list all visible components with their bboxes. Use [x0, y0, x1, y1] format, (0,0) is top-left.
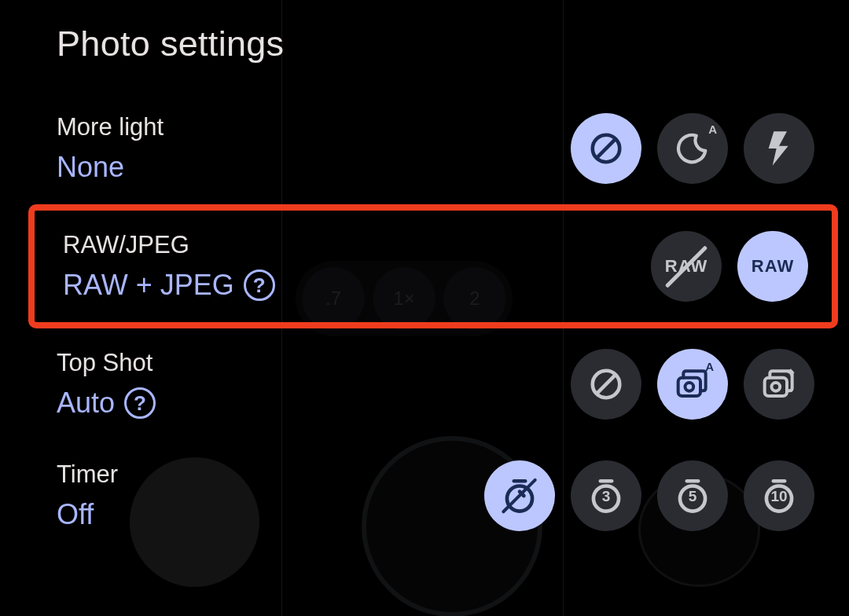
- raw-off-button[interactable]: RAW: [651, 231, 722, 302]
- setting-label: Timer: [57, 460, 118, 489]
- prohibit-icon: [588, 366, 624, 402]
- raw-jpeg-options: RAW RAW: [651, 231, 808, 302]
- timer-5s-button[interactable]: 5: [657, 460, 728, 531]
- top-shot-on-icon: [759, 365, 799, 404]
- top-shot-auto-button[interactable]: A: [657, 349, 728, 420]
- timer-value-label: 5: [689, 488, 697, 505]
- more-light-options: A: [571, 113, 814, 184]
- setting-value-text: Off: [57, 498, 94, 531]
- svg-line-3: [597, 375, 616, 394]
- setting-value-text: Auto: [57, 387, 115, 420]
- setting-value: RAW + JPEG ?: [63, 269, 275, 302]
- setting-text: Top Shot Auto ?: [57, 349, 156, 420]
- timer-value-label: 10: [770, 488, 787, 505]
- svg-point-5: [685, 383, 694, 391]
- flash-icon: [763, 130, 795, 167]
- setting-text: Timer Off: [57, 460, 118, 531]
- setting-label: More light: [57, 113, 164, 141]
- raw-jpeg-highlight: RAW/JPEG RAW + JPEG ? RAW RAW: [28, 204, 838, 328]
- setting-value-text: RAW + JPEG: [63, 269, 234, 302]
- raw-on-label: RAW: [752, 256, 794, 277]
- setting-value: Off: [57, 498, 118, 531]
- timer-off-button[interactable]: [484, 460, 555, 531]
- photo-settings-panel: Photo settings More light None A: [0, 0, 849, 616]
- setting-row-timer: Timer Off 3: [57, 440, 814, 552]
- setting-value: Auto ?: [57, 387, 156, 420]
- setting-label: RAW/JPEG: [63, 231, 275, 259]
- svg-point-8: [507, 486, 532, 512]
- top-shot-options: A: [571, 349, 814, 420]
- svg-rect-4: [678, 378, 700, 396]
- prohibit-icon: [588, 130, 624, 167]
- auto-badge: A: [708, 123, 717, 136]
- timer-value-label: 3: [602, 488, 611, 505]
- help-icon[interactable]: ?: [244, 270, 275, 301]
- setting-row-raw-jpeg: RAW/JPEG RAW + JPEG ? RAW RAW: [63, 211, 808, 322]
- setting-row-more-light: More light None A: [57, 93, 814, 204]
- setting-text: More light None: [57, 113, 164, 184]
- timer-10s-button[interactable]: 10: [744, 460, 814, 531]
- raw-on-button[interactable]: RAW: [737, 231, 808, 302]
- more-light-flash-button[interactable]: [744, 113, 814, 184]
- setting-text: RAW/JPEG RAW + JPEG ?: [63, 231, 275, 302]
- timer-3s-button[interactable]: 3: [571, 460, 641, 531]
- moon-auto-icon: [674, 130, 711, 167]
- more-light-none-button[interactable]: [571, 113, 641, 184]
- panel-title: Photo settings: [57, 24, 814, 64]
- auto-badge: A: [705, 360, 714, 373]
- svg-rect-6: [765, 378, 787, 396]
- setting-label: Top Shot: [57, 349, 156, 377]
- setting-row-top-shot: Top Shot Auto ? A: [57, 328, 814, 440]
- svg-point-7: [772, 383, 781, 391]
- top-shot-on-button[interactable]: [744, 349, 814, 420]
- more-light-night-sight-button[interactable]: A: [657, 113, 728, 184]
- setting-value: None: [57, 151, 164, 184]
- setting-value-text: None: [57, 151, 124, 184]
- top-shot-off-button[interactable]: [571, 349, 641, 420]
- timer-options: 3 5 10: [484, 460, 814, 531]
- help-icon[interactable]: ?: [124, 387, 156, 419]
- svg-line-1: [597, 139, 616, 159]
